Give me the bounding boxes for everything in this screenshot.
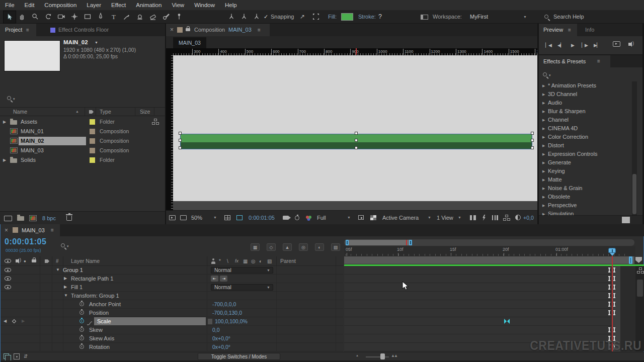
shape-handle[interactable] [355, 146, 358, 149]
horizontal-ruler[interactable]: 3004005006007008009001000110012001300140… [173, 48, 537, 55]
solo-column-icon[interactable]: ● [24, 256, 26, 266]
twirl-icon[interactable]: ▶ [542, 133, 545, 141]
track-row-transform-group-1[interactable] [344, 292, 635, 300]
playhead[interactable] [608, 248, 616, 253]
tab-effects-presets[interactable]: Effects & Presets [543, 55, 586, 67]
snapping-toggle[interactable]: Snapping [271, 10, 294, 24]
effects-category-distort[interactable]: ▶Distort [539, 141, 632, 150]
always-preview-icon[interactable] [169, 215, 176, 220]
pan-behind-tool[interactable] [68, 11, 80, 23]
layer-row-group-1[interactable]: ▼Group 1Normal▼ [1, 266, 343, 275]
column-type[interactable]: Type [100, 108, 111, 116]
search-icon[interactable] [544, 15, 548, 19]
frame-blend-icon[interactable]: ◎ [299, 243, 308, 251]
fast-preview-icon[interactable] [482, 215, 486, 221]
twirl-icon[interactable]: ▶ [542, 116, 545, 124]
property-value[interactable]: -700,0,0,0 [212, 300, 236, 308]
effects-category-cinema-4d[interactable]: ▶CINEMA 4D [539, 124, 632, 133]
project-item-main-01[interactable]: MAIN_01Composition [0, 127, 165, 136]
tab-effect-controls[interactable]: Effect Controls Floor [58, 24, 109, 36]
panel-menu-icon[interactable]: ≡ [26, 24, 29, 36]
show-snapshot-icon[interactable] [295, 216, 299, 220]
layer-row-rotation[interactable]: Rotation0x+0,0° [1, 343, 343, 351]
twirl-icon[interactable]: ▶ [542, 158, 545, 167]
stopwatch-icon[interactable] [79, 336, 84, 340]
playhead-line[interactable] [612, 256, 613, 351]
layer-row-anchor-point[interactable]: Anchor Point-700,0,0,0 [1, 300, 343, 309]
expand-inout-icon[interactable]: ⇵ [24, 352, 28, 360]
effects-category-3d-channel[interactable]: ▶3D Channel [539, 90, 632, 99]
layer-row-fill-1[interactable]: ▶Fill 1Normal▼ [1, 283, 343, 292]
roto-brush-tool[interactable] [160, 11, 172, 23]
property-value[interactable]: 0x+0,0° [212, 343, 230, 351]
layer-row-position[interactable]: Position-700,0,130,0 [1, 309, 343, 317]
view-layout-dropdown-icon[interactable]: ▼ [458, 211, 461, 225]
close-icon[interactable]: × [170, 24, 174, 36]
exposure-value[interactable]: +0,0 [523, 211, 534, 225]
stopwatch-icon[interactable] [79, 319, 84, 323]
twirl-icon[interactable]: ▶ [542, 167, 545, 175]
effects-category-matte[interactable]: ▶Matte [539, 175, 632, 184]
twirl-icon[interactable]: ▼ [56, 266, 60, 274]
effects-category-animation-presets[interactable]: ▶* Animation Presets [539, 81, 632, 90]
shape-handle[interactable] [355, 132, 358, 135]
menu-composition[interactable]: Composition [39, 0, 82, 10]
twirl-icon[interactable]: ▶ [542, 141, 545, 150]
dimension-link-icon[interactable] [208, 319, 212, 324]
tab-composition-name[interactable]: MAIN_03 [228, 24, 252, 36]
track-row-position[interactable] [344, 309, 635, 317]
navigator-end-handle[interactable] [409, 240, 412, 245]
parent-column[interactable]: Parent [280, 256, 296, 266]
keyframe-toggle-icon[interactable] [12, 319, 16, 323]
quality-icon[interactable]: ▦ [243, 256, 248, 266]
shape-handle[interactable] [179, 139, 182, 142]
menu-animation[interactable]: Animation [131, 0, 167, 10]
twirl-icon[interactable]: ▶ [64, 275, 67, 283]
effects-category-channel[interactable]: ▶Channel [539, 116, 632, 124]
selection-tool[interactable] [3, 11, 16, 24]
timeline-zoom-slider[interactable] [366, 356, 389, 357]
rotation-tool[interactable] [42, 11, 54, 23]
column-size[interactable]: Size [140, 108, 150, 116]
video-visible-icon[interactable] [5, 268, 11, 272]
vertical-ruler[interactable] [166, 55, 173, 210]
track-row-rectangle-path-1[interactable] [344, 275, 635, 283]
tab-composition-label[interactable]: Composition [194, 24, 225, 36]
channel-icon[interactable] [306, 216, 309, 219]
stroke-value[interactable]: ? [378, 10, 382, 24]
panel-menu-icon[interactable]: ≡ [597, 55, 600, 67]
track-row-scale[interactable] [344, 317, 635, 326]
lock-icon[interactable] [186, 28, 190, 31]
type-tool[interactable]: T [108, 11, 120, 23]
label-swatch[interactable] [90, 119, 95, 125]
twirl-icon[interactable]: ▶ [542, 150, 545, 158]
effects-category-obsolete[interactable]: ▶Obsolete [539, 193, 632, 201]
resolution-value[interactable]: Full [317, 211, 326, 225]
tab-preview[interactable]: Preview [543, 24, 563, 36]
stopwatch-icon[interactable] [79, 302, 84, 306]
effects-icon[interactable]: fx [235, 256, 238, 266]
region-icon[interactable] [358, 215, 364, 220]
pan-camera-tool[interactable] [238, 11, 250, 23]
label-swatch[interactable] [90, 148, 95, 153]
twirl-icon[interactable]: ▶ [542, 175, 545, 184]
track-camera-tool[interactable] [251, 11, 263, 23]
audio-mute-icon[interactable] [628, 43, 630, 46]
check-icon[interactable]: ✓ [264, 10, 268, 24]
effects-category-expression-controls[interactable]: ▶Expression Controls [539, 150, 632, 158]
comp-button-icon[interactable] [637, 267, 643, 273]
layer-row-rectangle-path-1[interactable]: ▶Rectangle Path 1⇤⇥ [1, 275, 343, 283]
effects-category-audio[interactable]: ▶Audio [539, 99, 632, 107]
property-value[interactable]: 0,0 [212, 326, 220, 334]
menu-file[interactable]: File [0, 0, 20, 10]
snapshot-icon[interactable] [283, 216, 289, 220]
comp-timecode[interactable]: 0:00:01:05 [249, 211, 275, 225]
timeline-search-icon[interactable] [61, 243, 65, 247]
timeline-zoom-thumb[interactable] [380, 353, 385, 359]
layer-row-scale[interactable]: ◀▶Scale100,0,100,0% [1, 317, 343, 326]
camera-view-value[interactable]: Active Camera [382, 211, 419, 225]
graph-editor-icon[interactable]: ▧ [331, 243, 340, 251]
panel-menu-icon[interactable]: ≡ [51, 224, 54, 236]
sort-icon[interactable]: ▲ [75, 110, 79, 113]
effects-search-dropdown-icon[interactable]: ▾ [549, 73, 551, 77]
